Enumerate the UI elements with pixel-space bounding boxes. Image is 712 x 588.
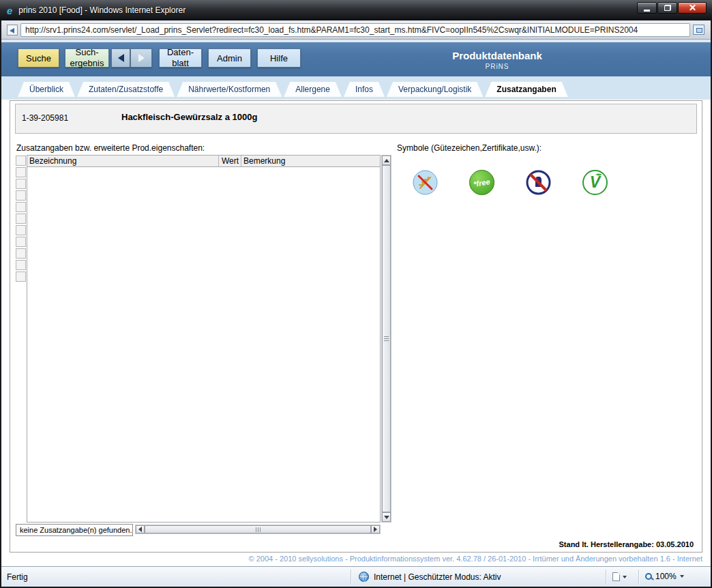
thumb-grip [260, 527, 261, 532]
vegetarian-icon-text: V [590, 173, 600, 192]
copyright-footer: © 2004 - 2010 sellysolutions - Produktin… [249, 555, 702, 563]
arrow-right-icon [138, 54, 145, 62]
vertical-scrollbar-thumb[interactable] [382, 165, 391, 512]
thumb-grip [258, 527, 258, 532]
tab-verpackung-logistik[interactable]: Verpackung/Logistik [387, 82, 483, 97]
certificate-symbols: *free V [413, 170, 608, 195]
close-button[interactable] [678, 2, 707, 14]
tab-ueberblick[interactable]: Überblick [18, 82, 75, 97]
search-results-label-line1: Such- [76, 47, 99, 58]
page-favicon-icon [7, 25, 18, 35]
tab-zusatzangaben[interactable]: Zusatzangaben [485, 82, 567, 97]
arrow-up-icon [384, 159, 389, 162]
row-stub [16, 237, 26, 247]
search-results-button[interactable]: Such- ergebnis [65, 48, 109, 68]
row-stub [16, 248, 26, 259]
minimize-icon [644, 10, 650, 12]
url-input[interactable] [20, 23, 690, 37]
close-icon [689, 4, 696, 12]
thumb-grip [384, 338, 389, 339]
thumb-grip [384, 336, 389, 337]
free-icon-text: *free [473, 177, 490, 188]
window-title: prins 2010 [Food] - Windows Internet Exp… [18, 5, 186, 15]
tab-zutaten-zusatzstoffe[interactable]: Zutaten/Zusatzstoffe [77, 82, 175, 97]
title-bar: e prins 2010 [Food] - Windows Internet E… [0, 0, 712, 20]
empty-result-message: keine Zusatzangabe(n) gefunden. [16, 524, 133, 536]
tab-allergene[interactable]: Allergene [284, 82, 342, 97]
additional-data-label: Zusatzangaben bzw. erweiterte Prod.eigen… [16, 143, 205, 153]
arrow-down-icon [384, 516, 389, 519]
scroll-left-button[interactable] [136, 525, 145, 533]
zoom-control[interactable]: 100% [645, 572, 684, 581]
brand-subtitle: PRiNS [429, 63, 565, 70]
scroll-down-button[interactable] [382, 512, 391, 522]
row-stub [16, 179, 26, 189]
arrow-right-small-icon [374, 527, 377, 532]
search-button[interactable]: Suche [18, 48, 59, 68]
datasheet-label-line2: blatt [172, 58, 189, 69]
address-bar [1, 20, 711, 40]
arrow-left-icon [118, 54, 124, 62]
admin-button[interactable]: Admin [208, 48, 251, 68]
row-stub-column [16, 156, 26, 283]
internet-zone-globe-icon [359, 572, 369, 582]
thumb-grip [384, 340, 389, 341]
security-zone-text: Internet | Geschützter Modus: Aktiv [374, 572, 501, 582]
status-ready-text: Fertig [7, 572, 28, 582]
scroll-up-button[interactable] [382, 156, 391, 165]
free-icon: *free [469, 170, 494, 195]
tab-naehrwerte-kostformen[interactable]: Nährwerte/Kostformen [177, 82, 282, 97]
brand-title: Produktdatenbank [429, 50, 565, 61]
arrow-left-small-icon [138, 527, 142, 532]
table-body [27, 167, 380, 522]
thumb-grip [256, 527, 256, 532]
browser-window: e prins 2010 [Food] - Windows Internet E… [0, 0, 712, 588]
chevron-down-icon [680, 575, 684, 578]
table-header-row: Bezeichnung Wert Bemerkung [27, 156, 380, 167]
help-button[interactable]: Hilfe [257, 48, 301, 68]
no-milk-icon [526, 170, 551, 195]
magnifier-icon [645, 573, 652, 580]
row-stub [16, 156, 26, 166]
row-stub [16, 202, 26, 212]
restore-icon [664, 5, 671, 11]
tab-infos[interactable]: Infos [344, 82, 385, 97]
row-stub [16, 167, 26, 177]
app-toolbar: Suche Such- ergebnis Daten- blatt Admin … [1, 42, 711, 76]
column-header-wert: Wert [219, 156, 241, 166]
status-separator [606, 570, 606, 584]
symbols-label: Symbole (Gütezeichen,Zertifikate,usw.): [397, 143, 542, 153]
page-menu-control[interactable] [612, 572, 627, 581]
vegetarian-icon: V [582, 170, 608, 195]
next-record-button[interactable] [130, 48, 152, 68]
row-stub [16, 260, 26, 270]
search-button-label: Suche [26, 53, 51, 63]
scroll-right-button[interactable] [371, 525, 380, 533]
help-button-label: Hilfe [270, 53, 288, 63]
window-controls [637, 2, 707, 14]
vertical-scrollbar[interactable] [381, 155, 391, 523]
previous-record-button[interactable] [111, 48, 130, 68]
product-header: 1-39-205981 Hackfleisch-Gewürzsalz a 100… [15, 104, 697, 134]
minimize-button[interactable] [637, 2, 657, 14]
glutenfree-icon [413, 170, 438, 195]
product-code: 1-39-205981 [22, 113, 68, 123]
datasheet-button[interactable]: Daten- blatt [159, 48, 202, 68]
search-results-label-line2: ergebnis [70, 58, 104, 69]
ie-icon: e [7, 5, 12, 16]
status-separator [638, 570, 639, 584]
row-stub [16, 190, 26, 201]
row-stub [16, 225, 26, 235]
tab-bar: Überblick Zutaten/Zusatzstoffe Nährwerte… [1, 76, 711, 100]
chevron-down-icon [623, 576, 627, 578]
compatibility-view-icon[interactable] [693, 25, 704, 35]
horizontal-scrollbar-thumb[interactable] [145, 525, 371, 533]
datasheet-label-line1: Daten- [167, 47, 194, 58]
admin-button-label: Admin [217, 53, 242, 63]
additional-data-table: Bezeichnung Wert Bemerkung [27, 155, 381, 523]
column-header-bemerkung: Bemerkung [241, 156, 380, 166]
horizontal-scrollbar[interactable] [135, 525, 381, 534]
restore-button[interactable] [657, 2, 677, 14]
column-header-bezeichnung: Bezeichnung [27, 156, 219, 166]
manufacturer-date-label: Stand lt. Herstellerangabe: 03.05.2010 [559, 540, 694, 548]
